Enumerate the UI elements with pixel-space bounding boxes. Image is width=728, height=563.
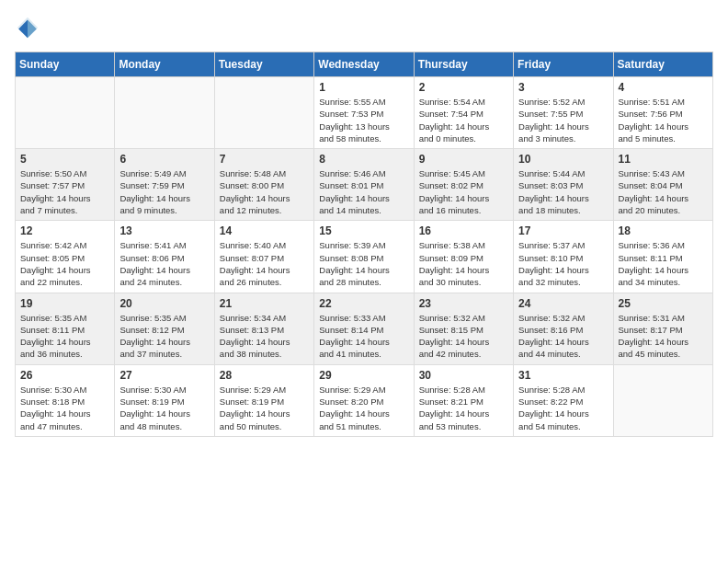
calendar-day-cell [16,77,115,149]
day-info: Sunrise: 5:42 AMSunset: 8:05 PMDaylight:… [20,239,109,288]
day-number: 24 [518,297,608,310]
day-number: 10 [518,153,608,166]
calendar-day-cell: 19Sunrise: 5:35 AMSunset: 8:11 PMDayligh… [16,293,115,364]
calendar-day-cell: 29Sunrise: 5:29 AMSunset: 8:20 PMDayligh… [314,364,414,436]
day-info: Sunrise: 5:43 AMSunset: 8:04 PMDaylight:… [619,167,708,216]
day-info: Sunrise: 5:39 AMSunset: 8:08 PMDaylight:… [319,239,408,288]
day-info: Sunrise: 5:29 AMSunset: 8:19 PMDaylight:… [220,384,309,432]
calendar-day-cell [214,77,313,149]
day-info: Sunrise: 5:34 AMSunset: 8:13 PMDaylight:… [220,312,309,361]
day-number: 17 [518,224,608,237]
day-info: Sunrise: 5:31 AMSunset: 8:17 PMDaylight:… [619,312,708,361]
calendar-day-cell: 9Sunrise: 5:45 AMSunset: 8:02 PMDaylight… [414,149,513,221]
calendar-header-saturday: Saturday [613,52,712,77]
day-number: 7 [220,153,309,166]
day-number: 12 [20,224,109,237]
calendar-day-cell [613,364,712,436]
day-info: Sunrise: 5:46 AMSunset: 8:01 PMDaylight:… [319,167,408,216]
day-number: 11 [619,153,708,166]
day-info: Sunrise: 5:30 AMSunset: 8:18 PMDaylight:… [20,384,109,432]
day-info: Sunrise: 5:35 AMSunset: 8:12 PMDaylight:… [119,312,209,361]
day-number: 29 [319,369,408,382]
calendar-day-cell: 14Sunrise: 5:40 AMSunset: 8:07 PMDayligh… [214,221,313,293]
calendar-day-cell: 13Sunrise: 5:41 AMSunset: 8:06 PMDayligh… [115,221,214,293]
day-info: Sunrise: 5:51 AMSunset: 7:56 PMDaylight:… [619,96,708,144]
calendar-day-cell: 20Sunrise: 5:35 AMSunset: 8:12 PMDayligh… [115,293,214,364]
calendar-day-cell: 10Sunrise: 5:44 AMSunset: 8:03 PMDayligh… [514,149,613,221]
calendar-header-sunday: Sunday [16,52,115,77]
day-info: Sunrise: 5:35 AMSunset: 8:11 PMDaylight:… [20,312,109,361]
calendar-header-row: SundayMondayTuesdayWednesdayThursdayFrid… [16,52,713,77]
calendar-day-cell: 2Sunrise: 5:54 AMSunset: 7:54 PMDaylight… [414,77,513,149]
calendar-header-friday: Friday [514,52,613,77]
calendar-day-cell: 28Sunrise: 5:29 AMSunset: 8:19 PMDayligh… [214,364,313,436]
logo [15,15,44,40]
day-info: Sunrise: 5:36 AMSunset: 8:11 PMDaylight:… [619,239,708,288]
calendar-day-cell: 22Sunrise: 5:33 AMSunset: 8:14 PMDayligh… [314,293,414,364]
calendar-week-row: 1Sunrise: 5:55 AMSunset: 7:53 PMDaylight… [16,77,713,149]
calendar-day-cell: 8Sunrise: 5:46 AMSunset: 8:01 PMDaylight… [314,149,414,221]
calendar-day-cell: 17Sunrise: 5:37 AMSunset: 8:10 PMDayligh… [514,221,613,293]
calendar-header-wednesday: Wednesday [314,52,414,77]
day-info: Sunrise: 5:52 AMSunset: 7:55 PMDaylight:… [518,96,608,144]
day-info: Sunrise: 5:55 AMSunset: 7:53 PMDaylight:… [319,96,408,144]
day-number: 21 [220,297,309,310]
day-number: 2 [419,81,508,94]
calendar-week-row: 26Sunrise: 5:30 AMSunset: 8:18 PMDayligh… [16,364,713,436]
day-number: 4 [619,81,708,94]
day-info: Sunrise: 5:41 AMSunset: 8:06 PMDaylight:… [119,239,209,288]
day-info: Sunrise: 5:32 AMSunset: 8:15 PMDaylight:… [419,312,508,361]
day-number: 18 [619,224,708,237]
calendar-day-cell: 26Sunrise: 5:30 AMSunset: 8:18 PMDayligh… [16,364,115,436]
day-info: Sunrise: 5:48 AMSunset: 8:00 PMDaylight:… [220,167,309,216]
day-number: 9 [419,153,508,166]
calendar-day-cell: 24Sunrise: 5:32 AMSunset: 8:16 PMDayligh… [514,293,613,364]
calendar-day-cell: 6Sunrise: 5:49 AMSunset: 7:59 PMDaylight… [115,149,214,221]
day-number: 26 [20,369,109,382]
day-info: Sunrise: 5:33 AMSunset: 8:14 PMDaylight:… [319,312,408,361]
day-info: Sunrise: 5:38 AMSunset: 8:09 PMDaylight:… [419,239,508,288]
calendar-day-cell [115,77,214,149]
day-number: 8 [319,153,408,166]
calendar-day-cell: 11Sunrise: 5:43 AMSunset: 8:04 PMDayligh… [613,149,712,221]
logo-icon [15,15,40,40]
day-number: 5 [20,153,109,166]
calendar-week-row: 19Sunrise: 5:35 AMSunset: 8:11 PMDayligh… [16,293,713,364]
calendar-header-thursday: Thursday [414,52,513,77]
day-number: 14 [220,224,309,237]
day-info: Sunrise: 5:32 AMSunset: 8:16 PMDaylight:… [518,312,608,361]
calendar-header-monday: Monday [115,52,214,77]
calendar-day-cell: 30Sunrise: 5:28 AMSunset: 8:21 PMDayligh… [414,364,513,436]
calendar-day-cell: 18Sunrise: 5:36 AMSunset: 8:11 PMDayligh… [613,221,712,293]
day-number: 28 [220,369,309,382]
day-info: Sunrise: 5:44 AMSunset: 8:03 PMDaylight:… [518,167,608,216]
calendar-day-cell: 16Sunrise: 5:38 AMSunset: 8:09 PMDayligh… [414,221,513,293]
day-number: 23 [419,297,508,310]
day-number: 13 [119,224,209,237]
calendar-day-cell: 3Sunrise: 5:52 AMSunset: 7:55 PMDaylight… [514,77,613,149]
day-number: 6 [119,153,209,166]
calendar-day-cell: 5Sunrise: 5:50 AMSunset: 7:57 PMDaylight… [16,149,115,221]
day-info: Sunrise: 5:29 AMSunset: 8:20 PMDaylight:… [319,384,408,432]
calendar-day-cell: 7Sunrise: 5:48 AMSunset: 8:00 PMDaylight… [214,149,313,221]
calendar-day-cell: 21Sunrise: 5:34 AMSunset: 8:13 PMDayligh… [214,293,313,364]
day-info: Sunrise: 5:37 AMSunset: 8:10 PMDaylight:… [518,239,608,288]
day-info: Sunrise: 5:49 AMSunset: 7:59 PMDaylight:… [119,167,209,216]
calendar-day-cell: 4Sunrise: 5:51 AMSunset: 7:56 PMDaylight… [613,77,712,149]
calendar-day-cell: 27Sunrise: 5:30 AMSunset: 8:19 PMDayligh… [115,364,214,436]
day-number: 22 [319,297,408,310]
calendar-table: SundayMondayTuesdayWednesdayThursdayFrid… [15,52,713,437]
day-info: Sunrise: 5:50 AMSunset: 7:57 PMDaylight:… [20,167,109,216]
page-header [15,15,713,40]
day-number: 20 [119,297,209,310]
calendar-day-cell: 25Sunrise: 5:31 AMSunset: 8:17 PMDayligh… [613,293,712,364]
day-number: 25 [619,297,708,310]
day-number: 31 [518,369,608,382]
calendar-day-cell: 1Sunrise: 5:55 AMSunset: 7:53 PMDaylight… [314,77,414,149]
day-number: 1 [319,81,408,94]
day-number: 3 [518,81,608,94]
calendar-day-cell: 31Sunrise: 5:28 AMSunset: 8:22 PMDayligh… [514,364,613,436]
calendar-day-cell: 12Sunrise: 5:42 AMSunset: 8:05 PMDayligh… [16,221,115,293]
day-info: Sunrise: 5:28 AMSunset: 8:22 PMDaylight:… [518,384,608,432]
day-number: 27 [119,369,209,382]
